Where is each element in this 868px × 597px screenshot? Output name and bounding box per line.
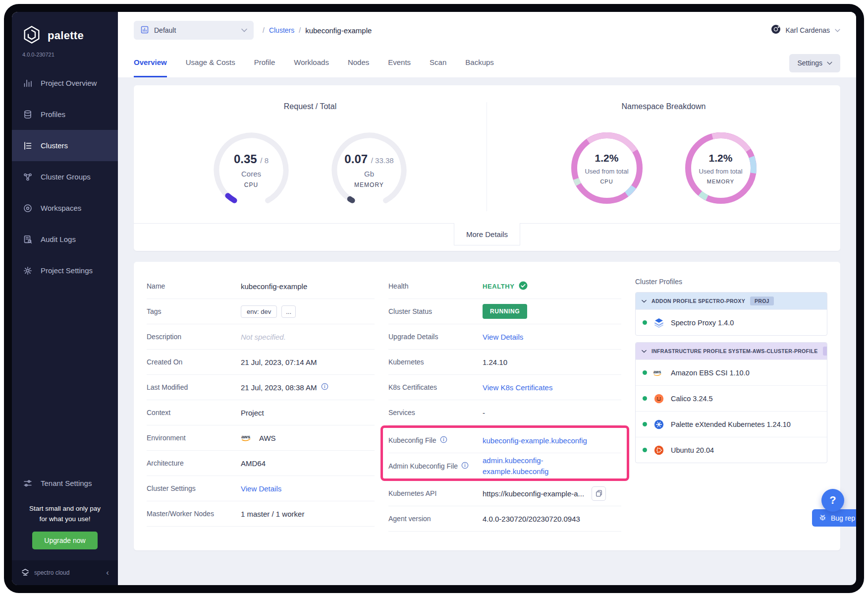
sidebar: palette 4.0.0-230721 Project Overview Pr… <box>12 12 118 585</box>
admin-kubeconfig-file-link[interactable]: admin.kubeconfig-example.kubeconfig <box>483 455 568 477</box>
field-row-kubernetes-api: Kubernetes API https://kubeconfig-exampl… <box>388 481 621 506</box>
sidebar-item-project-overview[interactable]: Project Overview <box>12 67 118 99</box>
namespace-cpu-text: 1.2% Used from total CPU <box>568 129 646 207</box>
collapse-sidebar-icon[interactable]: ‹ <box>106 568 109 578</box>
field-label: Master/Worker Nodes <box>147 510 241 518</box>
admin-kubeconfig-file-label: Admin Kubeconfig File <box>388 462 458 470</box>
chevron-down-icon <box>642 299 647 303</box>
topbar: Default / Clusters / kubeconfig-example … <box>118 12 856 49</box>
field-row-master-worker: Master/Worker Nodes 1 master / 1 worker <box>147 501 375 527</box>
addon-profile-header[interactable]: ADDON PROFILE SPECTRO-PROXY PROJ <box>636 293 827 309</box>
sidebar-item-workspaces[interactable]: Workspaces <box>12 192 118 224</box>
profile-layer-row[interactable]: aws Amazon EBS CSI 1.10.0 <box>636 359 827 385</box>
sidebar-item-tenant-settings[interactable]: Tenant Settings <box>12 468 118 499</box>
sidebar-item-label: Tenant Settings <box>41 479 92 487</box>
spectro-cloud-logo-icon <box>21 568 30 578</box>
sidebar-item-label: Workspaces <box>41 204 81 212</box>
user-menu[interactable]: Karl Cardenas <box>771 24 841 36</box>
tab-scan[interactable]: Scan <box>430 49 446 77</box>
tab-usage-costs[interactable]: Usage & Costs <box>186 49 235 77</box>
tab-events[interactable]: Events <box>388 49 411 77</box>
profile-layer-row[interactable]: Calico 3.24.5 <box>636 385 827 411</box>
sidebar-spacer <box>12 286 118 468</box>
field-label: Upgrade Details <box>388 333 483 341</box>
view-k8s-certificates-link[interactable]: View K8s Certificates <box>483 383 552 392</box>
info-icon[interactable] <box>461 462 469 471</box>
namespace-donuts: 1.2% Used from total CPU <box>497 129 830 207</box>
status-dot-green <box>643 320 647 325</box>
sidebar-item-label: Audit Logs <box>41 235 76 243</box>
profile-layer-row[interactable]: Spectro Proxy 1.4.0 <box>636 309 827 335</box>
tab-nodes[interactable]: Nodes <box>348 49 369 77</box>
profile-layer-row[interactable]: Palette eXtended Kubernetes 1.24.10 <box>636 411 827 437</box>
spectro-proxy-icon <box>653 317 665 329</box>
field-label: Services <box>388 409 483 417</box>
help-button[interactable]: ? <box>821 489 844 512</box>
namespace-breakdown-section: Namespace Breakdown 1.2% <box>487 102 840 211</box>
tag-env-dev: env: dev <box>241 305 277 318</box>
infrastructure-profile-header[interactable]: INFRASTRUCTURE PROFILE SYSTEM-AWS-CLUSTE… <box>636 343 827 359</box>
field-value: AMD64 <box>241 459 375 468</box>
profile-layer-name: Spectro Proxy 1.4.0 <box>671 319 734 327</box>
field-row-cluster-status: Cluster Status RUNNING <box>388 299 621 324</box>
profile-layer-name: Ubuntu 20.04 <box>671 446 714 454</box>
settings-button[interactable]: Settings <box>789 54 840 72</box>
sidebar-item-profiles[interactable]: Profiles <box>12 99 118 130</box>
breadcrumb-clusters-link[interactable]: Clusters <box>269 26 294 34</box>
kubeconfig-file-link[interactable]: kubeconfig-example.kubeconfig <box>483 436 587 445</box>
field-label: Created On <box>147 358 241 366</box>
cluster-settings-view-details-link[interactable]: View Details <box>241 484 281 493</box>
tab-overview[interactable]: Overview <box>134 49 167 77</box>
project-scope-icon <box>140 25 149 36</box>
sidebar-item-cluster-groups[interactable]: Cluster Groups <box>12 161 118 192</box>
info-icon[interactable] <box>321 383 328 392</box>
memory-total: / 33.38 <box>371 156 394 165</box>
sidebar-item-audit-logs[interactable]: Audit Logs <box>12 224 118 255</box>
upgrade-promo-text: Start small and only pay for what you us… <box>12 499 118 532</box>
kubernetes-icon <box>653 418 665 430</box>
field-row-architecture: Architecture AMD64 <box>147 451 375 476</box>
sidebar-item-project-settings[interactable]: Project Settings <box>12 255 118 286</box>
svg-text:aws: aws <box>241 434 250 439</box>
status-dot-green <box>643 370 647 375</box>
more-details-button[interactable]: More Details <box>454 223 520 245</box>
app-window: palette 4.0.0-230721 Project Overview Pr… <box>12 12 856 585</box>
sidebar-item-clusters[interactable]: Clusters <box>12 130 118 161</box>
tab-workloads[interactable]: Workloads <box>294 49 329 77</box>
breadcrumb: / Clusters / kubeconfig-example <box>263 26 372 35</box>
svg-text:aws: aws <box>653 370 661 374</box>
field-value: aws AWS <box>241 433 375 443</box>
field-row-context: Context Project <box>147 400 375 425</box>
profile-layer-name: Calico 3.24.5 <box>671 395 713 403</box>
field-value: 1.24.10 <box>483 358 621 366</box>
field-label: Kubernetes <box>388 358 483 366</box>
aws-icon: aws <box>241 433 255 443</box>
namespace-cpu-label: CPU <box>600 179 613 184</box>
upgrade-now-button[interactable]: Upgrade now <box>32 532 97 549</box>
upgrade-view-details-link[interactable]: View Details <box>483 333 523 341</box>
tab-backups[interactable]: Backups <box>465 49 494 77</box>
usage-overview-card: Request / Total 0.35 / <box>134 85 840 251</box>
profile-layer-row[interactable]: Ubuntu 20.04 <box>636 437 827 463</box>
project-selector-value: Default <box>154 26 176 34</box>
copy-icon[interactable] <box>592 486 606 501</box>
tags-more-button[interactable]: ... <box>281 305 296 318</box>
settings-button-label: Settings <box>797 59 822 67</box>
memory-used: 0.07 <box>344 152 368 166</box>
request-total-section: Request / Total 0.35 / <box>134 102 487 211</box>
info-icon[interactable] <box>440 436 447 445</box>
tab-profile[interactable]: Profile <box>254 49 275 77</box>
bug-report-button[interactable]: Bug rep <box>812 509 856 527</box>
field-label: Cluster Settings <box>147 484 241 492</box>
field-label: Context <box>147 409 241 417</box>
field-label: Cluster Status <box>388 307 483 315</box>
project-selector[interactable]: Default <box>134 21 254 40</box>
check-circle-icon <box>519 281 528 292</box>
status-dot-green <box>643 396 647 401</box>
namespace-cpu-percent: 1.2% <box>595 152 619 164</box>
gear-icon <box>23 266 33 276</box>
breadcrumb-separator: / <box>299 26 301 34</box>
field-row-description: Description Not specified. <box>147 324 375 350</box>
cpu-total: / 8 <box>260 156 269 165</box>
field-label: Last Modified <box>147 383 241 391</box>
